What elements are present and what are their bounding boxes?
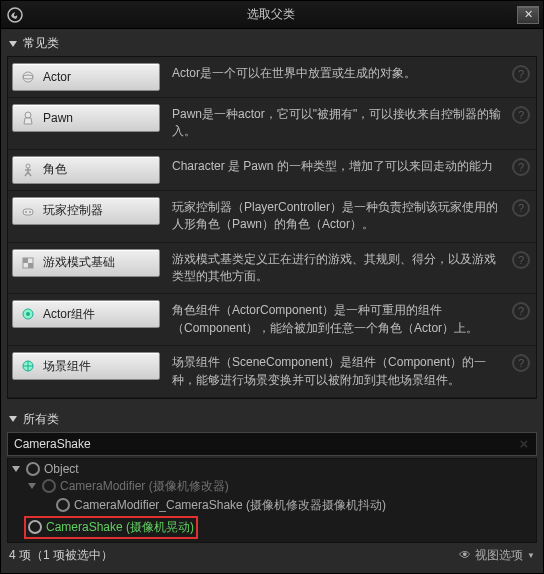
class-row-pawn: Pawn Pawn是一种actor，它可以"被拥有"，可以接收来自控制器的输入。…	[8, 98, 536, 150]
window-title: 选取父类	[25, 6, 517, 23]
eye-icon: 👁	[459, 548, 471, 562]
dialog-content: 常见类 Actor Actor是一个可以在世界中放置或生成的对象。 ? Pawn…	[1, 29, 543, 574]
svg-point-6	[25, 211, 27, 213]
actor-icon	[19, 68, 37, 86]
class-button-actor-component[interactable]: Actor组件	[12, 300, 160, 328]
search-wrap: ×	[7, 432, 537, 456]
class-row-character: 角色 Character 是 Pawn 的一种类型，增加了可以来回走动的能力 ?	[8, 150, 536, 191]
class-row-actor-component: Actor组件 角色组件（ActorComponent）是一种可重用的组件（Co…	[8, 294, 536, 346]
svg-point-1	[23, 72, 33, 82]
class-row-scene-component: 场景组件 场景组件（SceneComponent）是组件（Component）的…	[8, 346, 536, 398]
class-icon	[26, 462, 40, 476]
class-row-gamemode-base: 游戏模式基础 游戏模式基类定义正在进行的游戏、其规则、得分，以及游戏类型的其他方…	[8, 243, 536, 295]
help-icon[interactable]: ?	[512, 199, 530, 217]
character-icon	[19, 161, 37, 179]
svg-point-3	[25, 112, 31, 118]
tree-footer: 4 项（1 项被选中） 👁 视图选项 ▼	[7, 543, 537, 568]
tree-label: CameraModifier (摄像机修改器)	[60, 478, 229, 495]
class-label: 场景组件	[43, 358, 91, 375]
expand-icon	[28, 483, 36, 489]
view-options-dropdown[interactable]: 👁 视图选项 ▼	[459, 547, 535, 564]
svg-rect-9	[23, 258, 28, 263]
class-label: Actor组件	[43, 306, 95, 323]
tree-label: CameraModifier_CameraShake (摄像机修改器摄像机抖动)	[74, 497, 386, 514]
tree-item-object[interactable]: Object	[8, 461, 536, 477]
class-icon	[42, 479, 56, 493]
class-label: 角色	[43, 161, 67, 178]
tree-label: Object	[44, 462, 79, 476]
expand-icon	[9, 416, 17, 422]
help-icon[interactable]: ?	[512, 354, 530, 372]
dialog-button-bar: 选择 取消	[7, 568, 537, 574]
section-label: 常见类	[23, 35, 59, 52]
class-label: Pawn	[43, 111, 73, 125]
scene-component-icon	[19, 357, 37, 375]
class-description: Actor是一个可以在世界中放置或生成的对象。	[160, 63, 512, 84]
help-icon[interactable]: ?	[512, 251, 530, 269]
class-button-pawn[interactable]: Pawn	[12, 104, 160, 132]
pick-parent-class-dialog: 选取父类 ✕ 常见类 Actor Actor是一个可以在世界中放置或生成的对象。…	[0, 0, 544, 574]
all-classes-header[interactable]: 所有类	[7, 407, 537, 432]
chevron-down-icon: ▼	[527, 551, 535, 560]
close-icon: ✕	[524, 8, 533, 21]
tree-item-camera-shake[interactable]: CameraShake (摄像机晃动)	[8, 515, 536, 540]
svg-point-4	[26, 164, 30, 168]
view-options-label: 视图选项	[475, 547, 523, 564]
all-classes-section: 所有类 × Object CameraModifier (摄像机修改器)	[7, 407, 537, 574]
class-description: 游戏模式基类定义正在进行的游戏、其规则、得分，以及游戏类型的其他方面。	[160, 249, 512, 288]
common-classes-list: Actor Actor是一个可以在世界中放置或生成的对象。 ? Pawn Paw…	[7, 56, 537, 399]
component-icon	[19, 305, 37, 323]
close-button[interactable]: ✕	[517, 6, 539, 24]
class-description: 场景组件（SceneComponent）是组件（Component）的一种，能够…	[160, 352, 512, 391]
class-description: Pawn是一种actor，它可以"被拥有"，可以接收来自控制器的输入。	[160, 104, 512, 143]
class-button-player-controller[interactable]: 玩家控制器	[12, 197, 160, 225]
svg-point-0	[8, 8, 22, 22]
help-icon[interactable]: ?	[512, 158, 530, 176]
class-icon	[28, 520, 42, 534]
help-icon[interactable]: ?	[512, 65, 530, 83]
pawn-icon	[19, 109, 37, 127]
ue-logo	[5, 5, 25, 25]
class-search-input[interactable]	[7, 432, 537, 456]
class-row-actor: Actor Actor是一个可以在世界中放置或生成的对象。 ?	[8, 57, 536, 98]
expand-icon	[9, 41, 17, 47]
controller-icon	[19, 202, 37, 220]
help-icon[interactable]: ?	[512, 302, 530, 320]
titlebar: 选取父类 ✕	[1, 1, 543, 29]
class-row-player-controller: 玩家控制器 玩家控制器（PlayerController）是一种负责控制该玩家使…	[8, 191, 536, 243]
svg-point-7	[29, 211, 31, 213]
class-label: 游戏模式基础	[43, 254, 115, 271]
tree-item-camera-modifier-shake[interactable]: CameraModifier_CameraShake (摄像机修改器摄像机抖动)	[8, 496, 536, 515]
clear-icon: ×	[520, 435, 529, 452]
tree-label: CameraShake (摄像机晃动)	[46, 519, 194, 536]
help-icon[interactable]: ?	[512, 106, 530, 124]
unreal-logo-icon	[7, 7, 23, 23]
class-label: Actor	[43, 70, 71, 84]
class-tree: Object CameraModifier (摄像机修改器) CameraMod…	[7, 458, 537, 543]
selection-highlight: CameraShake (摄像机晃动)	[24, 516, 198, 539]
expand-icon	[12, 466, 20, 472]
clear-search-button[interactable]: ×	[515, 435, 533, 453]
svg-point-12	[26, 312, 30, 316]
class-button-gamemode-base[interactable]: 游戏模式基础	[12, 249, 160, 277]
class-description: Character 是 Pawn 的一种类型，增加了可以来回走动的能力	[160, 156, 512, 177]
selection-summary: 4 项（1 项被选中）	[9, 547, 451, 564]
tree-item-camera-modifier[interactable]: CameraModifier (摄像机修改器)	[8, 477, 536, 496]
class-description: 角色组件（ActorComponent）是一种可重用的组件（Component）…	[160, 300, 512, 339]
class-description: 玩家控制器（PlayerController）是一种负责控制该玩家使用的人形角色…	[160, 197, 512, 236]
class-button-character[interactable]: 角色	[12, 156, 160, 184]
section-label: 所有类	[23, 411, 59, 428]
class-label: 玩家控制器	[43, 202, 103, 219]
class-button-actor[interactable]: Actor	[12, 63, 160, 91]
svg-rect-5	[23, 209, 33, 215]
gamemode-icon	[19, 254, 37, 272]
svg-rect-10	[28, 263, 33, 268]
class-icon	[56, 498, 70, 512]
common-classes-header[interactable]: 常见类	[7, 31, 537, 56]
class-button-scene-component[interactable]: 场景组件	[12, 352, 160, 380]
